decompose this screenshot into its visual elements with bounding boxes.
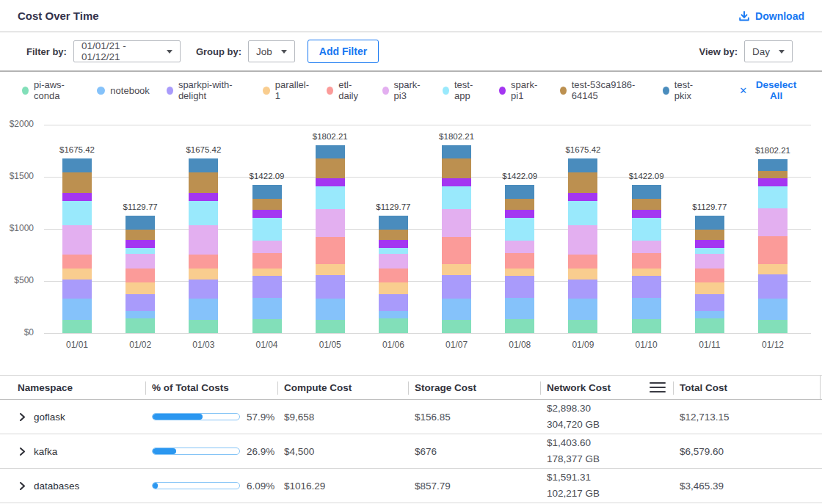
segment-spark-pi1 [189,193,218,201]
segment-test-app [379,248,408,254]
segment-notebook [442,299,471,319]
segment-notebook [379,311,408,318]
column-header-percent[interactable]: % of Total Costs [145,376,277,399]
legend-item-etl-daily[interactable]: etl-daily [327,79,365,101]
segment-etl-daily [126,269,155,282]
segment-spark-pi1 [632,210,661,218]
x-axis-label: 01/11 [680,340,739,350]
expand-row-icon[interactable] [19,481,26,491]
segment-parallel-1 [316,264,345,275]
segment-notebook [62,299,92,320]
column-header-compute[interactable]: Compute Cost [277,376,408,399]
legend-item-spark-pi1[interactable]: spark-pi1 [499,79,542,101]
download-button[interactable]: Download [738,10,804,22]
chevron-down-icon [281,50,287,54]
network-cost-value: $1,403.60 178,377 GB [540,435,673,467]
stacked-bar-01/01[interactable] [62,158,92,333]
stacked-bar-01/04[interactable] [252,185,282,333]
date-range-value: 01/01/21 - 01/12/21 [81,40,167,62]
stacked-bar-01/10[interactable] [632,185,661,333]
stacked-bar-01/03[interactable] [189,158,218,333]
column-header-storage[interactable]: Storage Cost [408,376,540,399]
segment-sparkpi-with-delight [126,294,155,312]
column-header-namespace[interactable]: Namespace [0,376,145,399]
segment-test-pkix [632,185,661,199]
segment-test-53ca9186-64145 [505,199,534,210]
segment-notebook [568,299,597,320]
bar-total-label: $1422.09 [234,172,300,180]
stacked-bar-01/05[interactable] [316,145,345,333]
segment-notebook [505,298,534,319]
date-range-select[interactable]: 01/01/21 - 01/12/21 [73,40,181,62]
segment-spark-pi1 [442,178,471,186]
bar-total-label: $1675.42 [44,145,110,154]
bar-total-label: $1422.09 [614,172,680,180]
download-label: Download [755,10,804,22]
segment-pi-aws-conda [252,319,282,333]
legend-item-sparkpi-with-delight[interactable]: sparkpi-with-delight [167,79,246,101]
total-cost-value: $6,579.60 [673,446,822,457]
total-cost-value: $12,713.15 [673,412,822,423]
add-filter-button[interactable]: Add Filter [308,40,379,63]
legend-item-test-pkix[interactable]: test-pkix [663,79,703,101]
segment-notebook [758,299,788,319]
legend-item-test-53ca9186-64145[interactable]: test-53ca9186-64145 [560,79,646,101]
legend-dot [382,87,389,95]
segment-parallel-1 [758,264,788,274]
expand-row-icon[interactable] [19,447,26,456]
stacked-bar-01/08[interactable] [505,185,534,333]
segment-pi-aws-conda [568,320,597,333]
segment-spark-pi1 [316,178,345,186]
segment-etl-daily [568,255,597,269]
segment-test-53ca9186-64145 [189,172,218,193]
segment-spark-pi3 [189,225,218,255]
x-axis-label: 01/01 [48,340,106,350]
segment-test-pkix [758,159,788,172]
legend-item-spark-pi3[interactable]: spark-pi3 [382,79,426,101]
segment-etl-daily [62,255,92,269]
gridline [44,333,811,334]
stacked-bar-01/11[interactable] [695,216,724,333]
segment-spark-pi1 [379,240,408,248]
stacked-bar-01/02[interactable] [126,216,155,333]
legend-dot [22,87,29,95]
segment-test-53ca9186-64145 [252,199,282,210]
legend-item-notebook[interactable]: notebook [97,85,150,96]
segment-test-app [505,218,534,241]
chevron-down-icon [779,50,785,54]
stacked-bar-01/09[interactable] [568,158,597,333]
percent-value: 26.9% [247,446,274,457]
compute-cost-value: $1016.29 [277,481,408,492]
filter-toolbar: Filter by: 01/01/21 - 01/12/21 Group by:… [0,32,822,72]
segment-spark-pi1 [62,193,92,201]
legend-item-test-app[interactable]: test-app [443,79,482,101]
x-axis-label: 01/04 [238,340,297,350]
legend-item-label: sparkpi-with-delight [178,79,246,101]
stacked-bar-01/06[interactable] [379,216,408,333]
deselect-all-button[interactable]: ✕ Deselect All [739,79,800,101]
segment-spark-pi3 [252,241,282,253]
column-header-total[interactable]: Total Cost [673,376,821,399]
segment-test-pkix [189,158,218,172]
group-by-select[interactable]: Job [248,40,295,62]
column-settings-icon[interactable] [650,382,666,392]
segment-etl-daily [252,253,282,269]
legend-dot [560,87,567,95]
segment-test-53ca9186-64145 [126,230,155,239]
bar-total-label: $1675.42 [170,145,236,154]
legend-item-pi-aws-conda[interactable]: pi-aws-conda [22,79,80,101]
legend-item-parallel-1[interactable]: parallel-1 [263,79,310,101]
column-header-network[interactable]: Network Cost [540,376,673,399]
namespace-label: goflask [34,412,65,423]
bar-total-label: $1802.21 [423,132,490,141]
view-by-select[interactable]: Day [744,40,793,62]
bar-total-label: $1129.77 [107,202,173,211]
x-axis-label: 01/12 [743,340,802,350]
expand-row-icon[interactable] [19,412,26,422]
stacked-bar-01/07[interactable] [442,145,471,333]
stacked-bar-01/12[interactable] [758,159,788,333]
segment-spark-pi1 [126,240,155,248]
segment-spark-pi3 [568,225,597,255]
x-axis-label: 01/03 [174,340,233,350]
segment-test-53ca9186-64145 [632,199,661,210]
